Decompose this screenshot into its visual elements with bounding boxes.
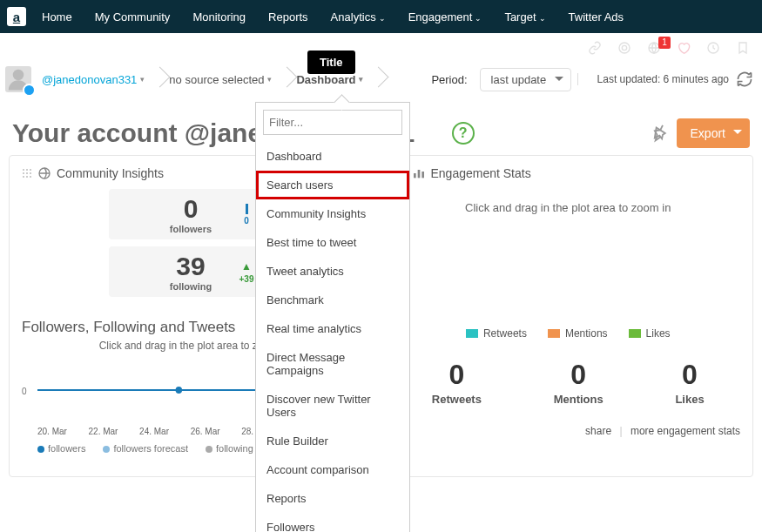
menu-rule-builder[interactable]: Rule Builder	[256, 427, 409, 455]
nav-monitoring[interactable]: Monitoring	[192, 10, 246, 24]
menu-account-comparison[interactable]: Account comparison	[256, 455, 409, 484]
avatar[interactable]	[5, 66, 31, 92]
chevron-down-icon: ⌄	[379, 14, 386, 23]
nav-home[interactable]: Home	[42, 10, 72, 24]
menu-community-insights[interactable]: Community Insights	[256, 199, 409, 228]
crumb-source[interactable]: no source selected▾	[160, 66, 287, 92]
caret-down-icon	[733, 130, 742, 138]
bar-chart-icon	[412, 166, 426, 180]
chevron-down-icon: ⌄	[475, 14, 482, 23]
notif-badge: 1	[658, 37, 671, 49]
nav-my-community[interactable]: My Community	[95, 10, 171, 24]
stat-value: 39	[144, 252, 238, 281]
title-tooltip: Title	[307, 51, 355, 74]
legend-item[interactable]: followers forecast	[103, 443, 188, 454]
period-value: last update	[491, 73, 547, 86]
crumb-user-label: @janedonovan331	[42, 73, 137, 86]
period-dropdown[interactable]: last update	[480, 68, 572, 91]
chevron-down-icon: ⌄	[539, 14, 546, 23]
reply-arrow-icon[interactable]	[653, 124, 672, 143]
x-tick: 26. Mar	[191, 427, 220, 436]
menu-real-time-analytics[interactable]: Real time analytics	[256, 314, 409, 343]
stat-delta: ▲+39	[238, 260, 255, 284]
engagement-stats-panel: Engagement Stats Click and drag in the p…	[383, 155, 754, 477]
svg-point-0	[619, 43, 630, 53]
menu-tweet-analytics[interactable]: Tweet analytics	[256, 257, 409, 286]
menu-reports[interactable]: Reports	[256, 484, 409, 513]
stat-value: 0	[144, 194, 238, 224]
secondary-toolbar: 1	[0, 33, 762, 63]
export-button[interactable]: Export	[677, 118, 750, 148]
share-link[interactable]: share	[585, 425, 611, 437]
menu-best-time-to-tweet[interactable]: Best time to tweet	[256, 228, 409, 257]
refresh-icon[interactable]	[736, 71, 753, 88]
stat-label: following	[144, 281, 238, 292]
menu-dashboard[interactable]: Dashboard	[256, 142, 409, 171]
period-label: Period:	[431, 73, 467, 86]
crumb-source-label: no source selected	[169, 73, 264, 86]
menu-direct-message-campaigns[interactable]: Direct Message Campaigns	[256, 343, 409, 385]
x-tick: 22. Mar	[89, 427, 118, 436]
stat-delta: 0	[238, 204, 255, 226]
menu-benchmark[interactable]: Benchmark	[256, 286, 409, 314]
legend-item[interactable]: Retweets	[466, 327, 527, 340]
help-icon[interactable]: ?	[452, 122, 475, 145]
svg-point-8	[176, 387, 183, 394]
stat-followers: 0followers0	[109, 189, 266, 239]
engagement-metrics: 0Retweets0Mentions0Likes	[396, 359, 741, 406]
svg-point-4	[13, 70, 24, 81]
metric-likes: 0Likes	[675, 359, 704, 406]
stat-label: followers	[144, 224, 238, 234]
crumb-user[interactable]: @janedonovan331▾	[33, 66, 160, 92]
last-updated: Last updated: 6 minutes ago	[577, 73, 729, 85]
nav-twitter-ads[interactable]: Twitter Ads	[569, 10, 624, 24]
menu-discover-new-twitter-users[interactable]: Discover new Twitter Users	[256, 385, 409, 427]
chevron-down-icon: ▾	[140, 75, 145, 84]
stat-following: 39following▲+39	[109, 246, 266, 297]
svg-point-1	[622, 45, 626, 50]
export-label: Export	[691, 126, 725, 140]
chevron-down-icon: ▾	[267, 75, 272, 84]
menu-search-users[interactable]: Search users	[256, 171, 409, 199]
y-tick: 0	[22, 387, 27, 396]
filter-input[interactable]	[263, 110, 402, 135]
nav-analytics[interactable]: Analytics⌄	[331, 10, 386, 24]
svg-rect-9	[414, 173, 416, 178]
caret-down-icon	[555, 77, 563, 85]
svg-rect-11	[421, 172, 424, 178]
x-tick: 24. Mar	[139, 427, 169, 436]
breadcrumb-row: @janedonovan331▾ no source selected▾ Das…	[0, 63, 762, 96]
legend-item[interactable]: Mentions	[548, 327, 608, 340]
legend-item[interactable]: followers	[37, 443, 85, 454]
legend-item[interactable]: Likes	[629, 327, 671, 340]
separator: |	[619, 425, 622, 437]
nav-reports[interactable]: Reports	[268, 10, 308, 24]
app-logo[interactable]: a	[7, 7, 26, 26]
metric-mentions: 0Mentions	[554, 359, 604, 406]
view-dropdown-menu: DashboardSearch usersCommunity InsightsB…	[255, 102, 410, 532]
svg-rect-10	[417, 170, 420, 178]
nav-target[interactable]: Target⌄	[504, 10, 545, 24]
help-ring-icon[interactable]	[617, 41, 631, 55]
metric-retweets: 0Retweets	[432, 359, 482, 406]
engagement-legend: RetweetsMentionsLikes	[396, 327, 741, 340]
panel-title: Community Insights	[57, 166, 164, 180]
chart-hint: Click and drag in the plot area to zoom …	[396, 201, 741, 214]
x-tick: 20. Mar	[37, 427, 67, 436]
legend-item[interactable]: following	[206, 443, 253, 454]
drag-handle-icon[interactable]	[22, 168, 32, 178]
globe-icon	[37, 166, 51, 180]
chevron-down-icon: ▾	[359, 75, 363, 84]
link-icon[interactable]	[588, 41, 602, 55]
nav-engagement[interactable]: Engagement⌄	[408, 10, 482, 24]
panel-title: Engagement Stats	[431, 166, 531, 180]
bookmark-icon[interactable]	[736, 41, 750, 55]
top-nav: a HomeMy CommunityMonitoringReportsAnaly…	[0, 0, 762, 33]
more-stats-link[interactable]: more engagement stats	[631, 425, 740, 437]
menu-followers-retention-churn[interactable]: Followers Retention/Churn	[256, 513, 409, 532]
clock-icon[interactable]	[706, 41, 720, 55]
heart-icon[interactable]	[677, 41, 691, 55]
